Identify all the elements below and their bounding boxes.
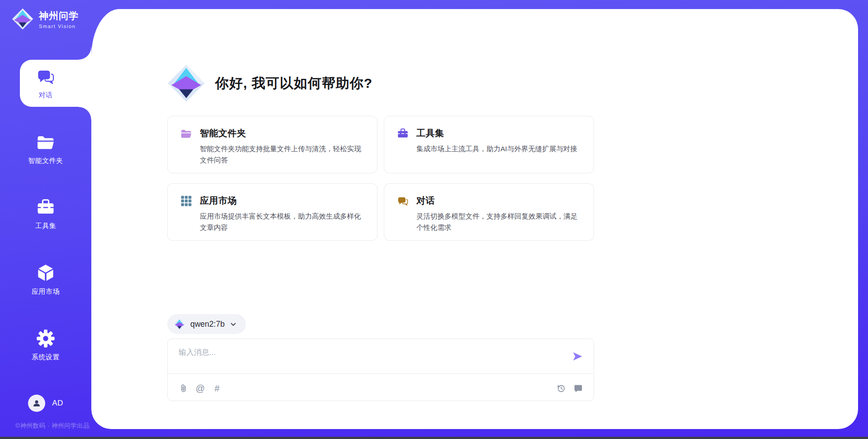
model-selector-row: qwen2:7b bbox=[167, 314, 246, 334]
greeting-header: 你好, 我可以如何帮助你? bbox=[167, 64, 373, 103]
feature-cards: 智能文件夹 智能文件夹功能支持批量文件上传与清洗，轻松实现文件问答 工具集 集成… bbox=[167, 116, 594, 241]
person-icon bbox=[31, 398, 42, 409]
attachment-icon[interactable] bbox=[178, 383, 189, 394]
brand-gem-icon bbox=[12, 7, 33, 31]
sidebar-item-label: 应用市场 bbox=[0, 287, 91, 296]
sidebar-item-chat[interactable]: 对话 bbox=[0, 67, 91, 100]
card-smart-folder[interactable]: 智能文件夹 智能文件夹功能支持批量文件上传与清洗，轻松实现文件问答 bbox=[167, 116, 377, 173]
card-chat[interactable]: 对话 灵活切换多模型文件，支持多样回复效果调试，满足个性化需求 bbox=[384, 183, 594, 241]
mention-icon[interactable]: @ bbox=[195, 383, 206, 394]
main-content: 你好, 我可以如何帮助你? 智能文件夹 智能文件夹功能支持批量文件上传与清洗，轻… bbox=[167, 0, 594, 439]
card-app-market[interactable]: 应用市场 应用市场提供丰富长文本模板，助力高效生成多样化文章内容 bbox=[167, 183, 377, 241]
topic-icon[interactable]: # bbox=[212, 383, 222, 394]
toolbox-icon bbox=[397, 128, 409, 139]
message-input[interactable] bbox=[179, 347, 549, 371]
avatar bbox=[28, 395, 45, 412]
message-composer: @ # bbox=[167, 339, 594, 401]
folder-icon bbox=[36, 133, 55, 152]
send-button[interactable] bbox=[571, 350, 584, 363]
sidebar-item-app-market[interactable]: 应用市场 bbox=[0, 263, 91, 296]
sidebar-item-settings[interactable]: 系统设置 bbox=[0, 329, 91, 362]
gem-logo-icon bbox=[167, 64, 205, 103]
brand-subtitle: Smart Vision bbox=[39, 24, 79, 29]
card-title: 智能文件夹 bbox=[200, 127, 246, 139]
app-root: 神州问学 Smart Vision 对话 智能文件夹 工具集 应用市场 系统设置 bbox=[0, 0, 868, 439]
sidebar-item-smart-folder[interactable]: 智能文件夹 bbox=[0, 133, 91, 165]
toolbox-icon bbox=[36, 198, 55, 217]
sidebar-item-label: 工具集 bbox=[0, 222, 91, 230]
feedback-icon[interactable] bbox=[573, 383, 584, 394]
model-selector[interactable]: qwen2:7b bbox=[167, 314, 246, 334]
sidebar-item-label: 智能文件夹 bbox=[0, 157, 91, 165]
user-account[interactable]: AD bbox=[0, 395, 91, 412]
gear-icon bbox=[36, 329, 55, 348]
sidebar-item-label: 系统设置 bbox=[0, 353, 91, 362]
grid-icon bbox=[180, 195, 192, 207]
greeting-title: 你好, 我可以如何帮助你? bbox=[215, 74, 373, 93]
card-toolset[interactable]: 工具集 集成市场上主流工具，助力AI与外界无缝扩展与对接 bbox=[384, 116, 594, 173]
card-description: 灵活切换多模型文件，支持多样回复效果调试，满足个性化需求 bbox=[416, 211, 581, 234]
card-title: 对话 bbox=[416, 195, 435, 207]
sidebar-item-label: 对话 bbox=[0, 91, 91, 100]
card-description: 应用市场提供丰富长文本模板，助力高效生成多样化文章内容 bbox=[200, 211, 364, 234]
folder-icon bbox=[180, 128, 192, 139]
brand-logo: 神州问学 Smart Vision bbox=[12, 7, 79, 31]
card-title: 应用市场 bbox=[200, 195, 237, 207]
chat-icon bbox=[397, 195, 409, 207]
card-description: 集成市场上主流工具，助力AI与外界无缝扩展与对接 bbox=[416, 143, 581, 155]
cube-icon bbox=[36, 263, 55, 282]
sidebar-item-toolset[interactable]: 工具集 bbox=[0, 198, 91, 230]
model-name: qwen2:7b bbox=[190, 320, 225, 329]
user-name: AD bbox=[52, 399, 63, 408]
card-title: 工具集 bbox=[416, 127, 444, 139]
gem-logo-icon bbox=[174, 318, 185, 330]
composer-toolbar: @ # bbox=[178, 383, 584, 394]
screen-bottom-edge bbox=[0, 437, 868, 439]
brand-title: 神州问学 bbox=[39, 10, 79, 22]
send-icon bbox=[571, 350, 584, 363]
composer-divider bbox=[168, 373, 594, 374]
history-icon[interactable] bbox=[556, 383, 566, 394]
copyright-footer: ©神州数码 · 神州问学出品 bbox=[15, 422, 90, 430]
chevron-down-icon bbox=[230, 321, 237, 328]
sidebar: 神州问学 Smart Vision 对话 智能文件夹 工具集 应用市场 系统设置 bbox=[0, 0, 91, 439]
chat-icon bbox=[36, 67, 55, 86]
card-description: 智能文件夹功能支持批量文件上传与清洗，轻松实现文件问答 bbox=[200, 143, 364, 166]
